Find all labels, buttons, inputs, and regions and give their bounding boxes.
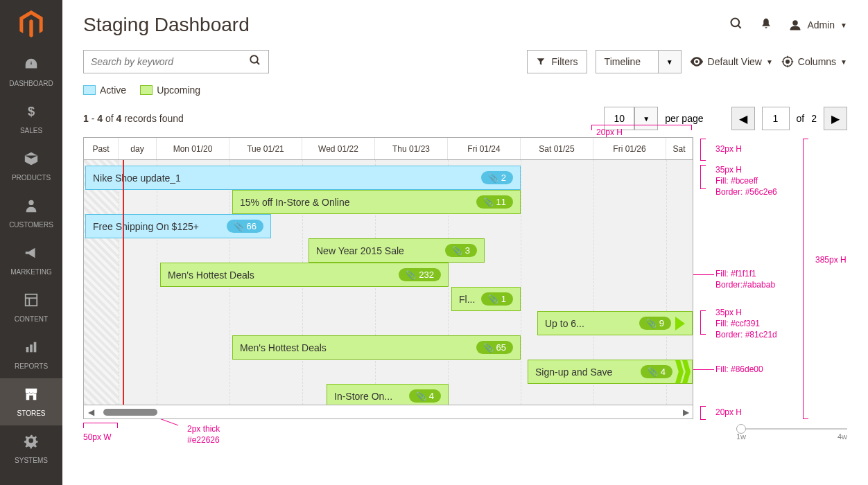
timeline-col-header: day bbox=[119, 138, 157, 159]
svg-rect-5 bbox=[26, 347, 29, 352]
timeline-bar[interactable]: Free Shipping On $125+📎66 bbox=[85, 214, 271, 238]
attachment-count: 📎2 bbox=[481, 171, 513, 184]
arrow-right-icon bbox=[675, 317, 685, 330]
magento-logo bbox=[0, 0, 62, 48]
timeline-col-header: Thu 01/23 bbox=[375, 138, 448, 159]
timeline-col-header: Sat bbox=[666, 138, 693, 159]
timeline-col-header: Wed 01/22 bbox=[302, 138, 375, 159]
main-content: Staging Dashboard Admin ▼ Filters bbox=[62, 0, 868, 485]
timeline-bar[interactable]: New Year 2015 Sale📎3 bbox=[309, 238, 485, 263]
upcoming-swatch bbox=[140, 85, 153, 95]
timeline-bar[interactable]: Sign-up and Save📎4 bbox=[528, 360, 693, 384]
default-view-button[interactable]: Default View ▼ bbox=[690, 56, 773, 67]
attachment-count: 📎11 bbox=[476, 195, 513, 209]
timeline-col-header: Fri 01/24 bbox=[448, 138, 521, 159]
notification-icon[interactable] bbox=[760, 17, 772, 33]
records-found: 1 - 4 of 4 records found bbox=[83, 113, 184, 124]
attachment-count: 📎1 bbox=[481, 292, 513, 306]
timeline-bar[interactable]: Men's Hottest Deals📎65 bbox=[232, 335, 521, 360]
timeline-grid: PastdayMon 01/20Tue 01/21Wed 01/22Thu 01… bbox=[83, 137, 693, 419]
filters-button[interactable]: Filters bbox=[527, 50, 587, 73]
sidebar-item-sales[interactable]: $SALES bbox=[0, 96, 62, 143]
scroll-left-icon[interactable]: ◀ bbox=[84, 407, 98, 417]
timeline-col-header: Mon 01/20 bbox=[157, 138, 229, 159]
per-page-label: per page bbox=[665, 113, 703, 124]
timeline-bar[interactable]: Up to 6...📎9 bbox=[537, 311, 693, 335]
svg-line-9 bbox=[738, 25, 741, 28]
svg-line-12 bbox=[257, 62, 259, 64]
attachment-count: 📎4 bbox=[409, 389, 441, 403]
attachment-count: 📎4 bbox=[641, 365, 672, 378]
attachment-count: 📎66 bbox=[227, 220, 263, 233]
zoom-slider[interactable]: 1w4w bbox=[736, 428, 847, 441]
caret-down-icon: ▼ bbox=[840, 21, 847, 29]
svg-point-1 bbox=[28, 200, 33, 205]
sidebar-item-dashboard[interactable]: DASHBOARD bbox=[0, 48, 62, 96]
store-icon bbox=[24, 387, 39, 405]
scrollbar-thumb[interactable] bbox=[103, 409, 157, 416]
timeline-bar[interactable]: Fl...📎1 bbox=[451, 287, 521, 311]
active-swatch bbox=[83, 85, 96, 95]
caret-down-icon: ▼ bbox=[666, 58, 673, 66]
timeline-col-header: Tue 01/21 bbox=[229, 138, 302, 159]
today-line bbox=[123, 160, 124, 405]
search-submit-icon[interactable] bbox=[242, 54, 268, 70]
svg-rect-6 bbox=[30, 344, 33, 352]
svg-rect-7 bbox=[34, 342, 37, 353]
layout-icon bbox=[24, 292, 39, 311]
zoom-knob[interactable] bbox=[736, 424, 746, 434]
search-box bbox=[83, 50, 269, 73]
caret-down-icon: ▼ bbox=[643, 115, 650, 123]
sidebar-item-stores[interactable]: STORES bbox=[0, 378, 62, 425]
next-page-button[interactable]: ▶ bbox=[824, 107, 847, 130]
prev-page-button[interactable]: ◀ bbox=[731, 107, 755, 130]
timeline-dropdown[interactable]: Timeline ▼ bbox=[596, 50, 682, 73]
sidebar-item-systems[interactable]: SYSTEMS bbox=[0, 425, 62, 473]
person-icon bbox=[24, 198, 39, 217]
svg-rect-2 bbox=[26, 294, 37, 306]
megaphone-icon bbox=[24, 245, 39, 264]
svg-point-8 bbox=[731, 18, 740, 26]
timeline-header: PastdayMon 01/20Tue 01/21Wed 01/22Thu 01… bbox=[84, 138, 693, 160]
timeline-scrollbar[interactable]: ◀ ▶ bbox=[84, 405, 693, 418]
search-input[interactable] bbox=[84, 56, 242, 67]
dashboard-icon bbox=[24, 57, 39, 76]
admin-label: Admin bbox=[807, 19, 835, 30]
sidebar-item-products[interactable]: PRODUCTS bbox=[0, 143, 62, 190]
sidebar-item-reports[interactable]: REPORTS bbox=[0, 331, 62, 378]
timeline-body: Nike Shoe update_1📎215% off In-Store & O… bbox=[84, 160, 693, 405]
sidebar-item-content[interactable]: CONTENT bbox=[0, 284, 62, 331]
sidebar: DASHBOARD$SALESPRODUCTSCUSTOMERSMARKETIN… bbox=[0, 0, 62, 485]
sidebar-item-customers[interactable]: CUSTOMERS bbox=[0, 190, 62, 237]
attachment-count: 📎232 bbox=[399, 268, 441, 281]
timeline-bar[interactable]: Men's Hottest Deals📎232 bbox=[160, 263, 449, 287]
svg-text:$: $ bbox=[28, 104, 35, 118]
scroll-right-icon[interactable]: ▶ bbox=[679, 407, 693, 417]
admin-menu[interactable]: Admin ▼ bbox=[789, 19, 847, 31]
timeline-col-header: Sat 01/25 bbox=[521, 138, 593, 159]
timeline-bar[interactable]: Nike Shoe update_1📎2 bbox=[85, 166, 521, 190]
past-column bbox=[84, 160, 119, 405]
chevron-end-icon bbox=[677, 360, 691, 383]
box-icon bbox=[24, 151, 39, 170]
page-input[interactable] bbox=[762, 107, 790, 130]
svg-point-13 bbox=[695, 60, 698, 63]
columns-button[interactable]: Columns ▼ bbox=[781, 55, 847, 68]
svg-point-11 bbox=[250, 55, 258, 63]
sidebar-item-marketing[interactable]: MARKETING bbox=[0, 237, 62, 284]
svg-point-10 bbox=[793, 20, 799, 26]
timeline-bar[interactable]: 15% off In-Store & Online📎11 bbox=[232, 190, 521, 214]
timeline-col-header: Fri 01/26 bbox=[593, 138, 666, 159]
dollar-icon: $ bbox=[24, 104, 39, 123]
timeline-col-header: Past bbox=[84, 138, 119, 159]
caret-down-icon: ▼ bbox=[766, 58, 773, 66]
attachment-count: 📎9 bbox=[639, 317, 671, 330]
gear-icon bbox=[24, 434, 39, 452]
attachment-count: 📎65 bbox=[476, 341, 513, 354]
legend: Active Upcoming bbox=[83, 85, 847, 96]
chart-icon bbox=[24, 340, 39, 358]
page-title: Staging Dashboard bbox=[83, 14, 250, 36]
search-icon[interactable] bbox=[729, 17, 743, 34]
svg-point-15 bbox=[786, 60, 790, 64]
caret-down-icon: ▼ bbox=[840, 58, 847, 66]
